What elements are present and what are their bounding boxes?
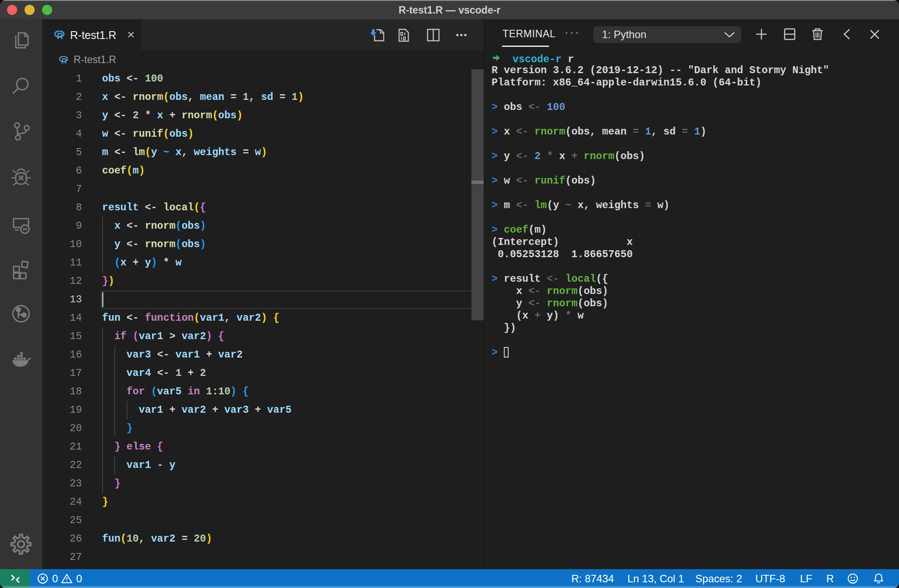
svg-text:R: R [57,32,63,39]
svg-text:R: R [61,57,67,64]
